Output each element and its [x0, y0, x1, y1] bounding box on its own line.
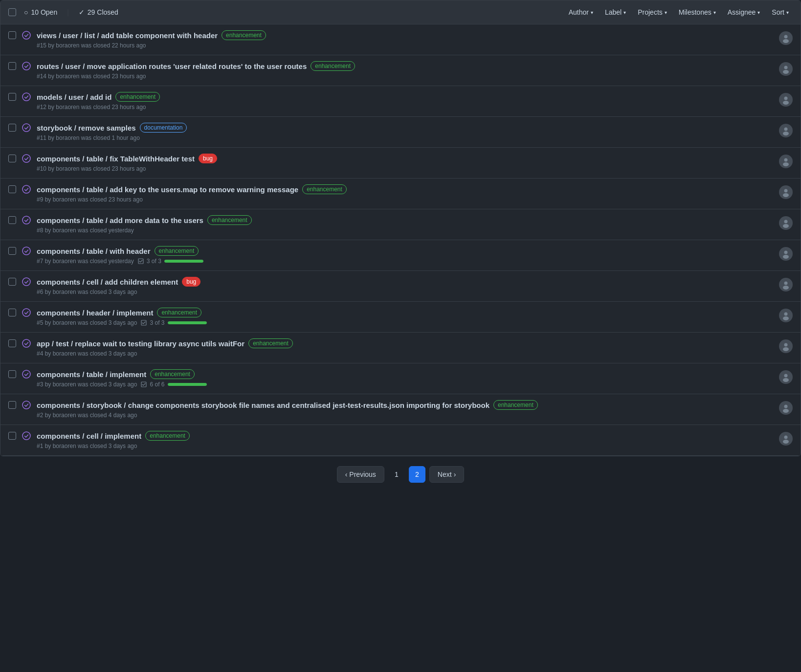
- issue-content: components / table / with header enhance…: [37, 246, 773, 265]
- issue-label-badge[interactable]: enhancement: [493, 400, 538, 410]
- issue-label-badge[interactable]: enhancement: [155, 246, 199, 256]
- issue-label-badge[interactable]: enhancement: [248, 338, 293, 348]
- svg-point-2: [784, 35, 788, 39]
- issue-title: components / header / implement enhancem…: [37, 308, 773, 317]
- projects-filter[interactable]: Projects ▾: [634, 6, 671, 18]
- issue-label-badge[interactable]: bug: [182, 277, 200, 287]
- assignee-filter[interactable]: Assignee ▾: [724, 6, 764, 18]
- open-tab[interactable]: ○ 10 Open: [20, 6, 61, 18]
- avatar: [779, 31, 793, 45]
- issue-title-text[interactable]: components / header / implement: [37, 309, 153, 317]
- issue-assignee[interactable]: [779, 185, 793, 199]
- next-button[interactable]: Next ›: [429, 466, 464, 483]
- avatar-icon: [780, 187, 791, 198]
- table-row: routes / user / move application routes …: [0, 55, 801, 86]
- table-row: components / storybook / change componen…: [0, 394, 801, 425]
- issue-assignee[interactable]: [779, 309, 793, 322]
- issue-assignee[interactable]: [779, 62, 793, 76]
- header-filters: Author ▾ Label ▾ Projects ▾ Milestones ▾…: [565, 6, 793, 18]
- sort-filter[interactable]: Sort ▾: [768, 6, 793, 18]
- issue-label-badge[interactable]: enhancement: [115, 92, 160, 102]
- issue-title-text[interactable]: components / table / add more data to th…: [37, 216, 203, 224]
- issue-checkbox[interactable]: [8, 93, 16, 101]
- issue-assignee[interactable]: [779, 155, 793, 168]
- issue-checkbox[interactable]: [8, 339, 16, 347]
- pagination: ‹ Previous 1 2 Next ›: [0, 456, 801, 493]
- issue-title-text[interactable]: app / test / replace wait to testing lib…: [37, 339, 245, 348]
- issue-checkbox[interactable]: [8, 155, 16, 162]
- issue-assignee[interactable]: [779, 432, 793, 446]
- issue-label-badge[interactable]: enhancement: [150, 369, 195, 379]
- issue-checkbox[interactable]: [8, 31, 16, 39]
- issue-label-badge[interactable]: enhancement: [157, 308, 201, 317]
- issue-label-badge[interactable]: documentation: [140, 123, 187, 133]
- issue-assignee[interactable]: [779, 370, 793, 384]
- issue-content: components / table / add key to the user…: [37, 184, 773, 203]
- issue-title: components / cell / implement enhancemen…: [37, 431, 773, 441]
- page-2-button[interactable]: 2: [409, 466, 425, 483]
- page-1-button[interactable]: 1: [388, 466, 405, 483]
- issue-assignee[interactable]: [779, 278, 793, 291]
- svg-point-19: [783, 162, 789, 166]
- progress-bar-fill: [164, 260, 203, 263]
- issue-title-text[interactable]: components / table / implement: [37, 370, 146, 379]
- issue-title-text[interactable]: storybook / remove samples: [37, 124, 136, 132]
- issue-assignee[interactable]: [779, 216, 793, 230]
- issue-closed-svg: [22, 277, 31, 286]
- progress-info: 3 of 3: [138, 258, 203, 265]
- issue-title-text[interactable]: models / user / add id: [37, 93, 111, 101]
- issue-title-text[interactable]: components / cell / add children element: [37, 278, 178, 286]
- issue-title-text[interactable]: components / table / fix TableWithHeader…: [37, 155, 195, 163]
- issue-label-badge[interactable]: enhancement: [145, 431, 190, 441]
- select-all-checkbox[interactable]: [8, 8, 16, 16]
- issue-meta-text: #12 by boraoren was closed 23 hours ago: [37, 104, 146, 111]
- issue-label-badge[interactable]: enhancement: [302, 184, 347, 194]
- svg-point-40: [784, 313, 788, 316]
- issue-checkbox[interactable]: [8, 309, 16, 316]
- issue-checkbox[interactable]: [8, 124, 16, 132]
- avatar-icon: [780, 279, 791, 290]
- table-row: components / table / implement enhanceme…: [0, 363, 801, 394]
- issue-assignee[interactable]: [779, 124, 793, 137]
- table-row: models / user / add id enhancement #12 b…: [0, 86, 801, 117]
- issue-label-badge[interactable]: enhancement: [222, 30, 266, 40]
- progress-text: 6 of 6: [150, 381, 164, 388]
- avatar: [779, 278, 793, 291]
- table-row: components / cell / add children element…: [0, 271, 801, 302]
- previous-button[interactable]: ‹ Previous: [337, 466, 384, 483]
- issue-assignee[interactable]: [779, 93, 793, 107]
- issue-assignee[interactable]: [779, 31, 793, 45]
- issue-title-text[interactable]: components / storybook / change componen…: [37, 401, 490, 409]
- issue-assignee[interactable]: [779, 247, 793, 261]
- next-arrow-icon: ›: [454, 470, 456, 478]
- issue-title-text[interactable]: views / user / list / add table componen…: [37, 31, 218, 40]
- issue-meta: #14 by boraoren was closed 23 hours ago: [37, 73, 773, 80]
- issue-checkbox[interactable]: [8, 370, 16, 378]
- issue-label-badge[interactable]: enhancement: [311, 61, 355, 71]
- issue-label-badge[interactable]: enhancement: [207, 215, 252, 225]
- issue-label-badge[interactable]: bug: [199, 154, 217, 163]
- issue-checkbox[interactable]: [8, 216, 16, 224]
- issue-title-text[interactable]: components / table / with header: [37, 247, 151, 255]
- issue-checkbox[interactable]: [8, 432, 16, 440]
- issue-assignee[interactable]: [779, 339, 793, 353]
- issue-checkbox[interactable]: [8, 278, 16, 286]
- previous-arrow-icon: ‹: [345, 470, 348, 478]
- tab-separator: |: [65, 8, 71, 16]
- issue-title-text[interactable]: components / table / add key to the user…: [37, 185, 298, 194]
- issue-closed-svg: [22, 185, 31, 194]
- issue-checkbox[interactable]: [8, 247, 16, 255]
- author-filter[interactable]: Author ▾: [565, 6, 597, 18]
- issue-checkbox[interactable]: [8, 62, 16, 70]
- avatar-icon: [780, 156, 791, 167]
- projects-chevron-icon: ▾: [665, 10, 667, 15]
- issue-title-text[interactable]: components / cell / implement: [37, 432, 141, 440]
- milestones-filter[interactable]: Milestones ▾: [675, 6, 720, 18]
- issue-checkbox[interactable]: [8, 185, 16, 193]
- label-filter[interactable]: Label ▾: [601, 6, 630, 18]
- table-row: storybook / remove samples documentation…: [0, 117, 801, 148]
- issue-checkbox[interactable]: [8, 401, 16, 409]
- closed-tab[interactable]: ✓ 29 Closed: [75, 6, 122, 18]
- issue-title-text[interactable]: routes / user / move application routes …: [37, 62, 307, 70]
- issue-assignee[interactable]: [779, 401, 793, 415]
